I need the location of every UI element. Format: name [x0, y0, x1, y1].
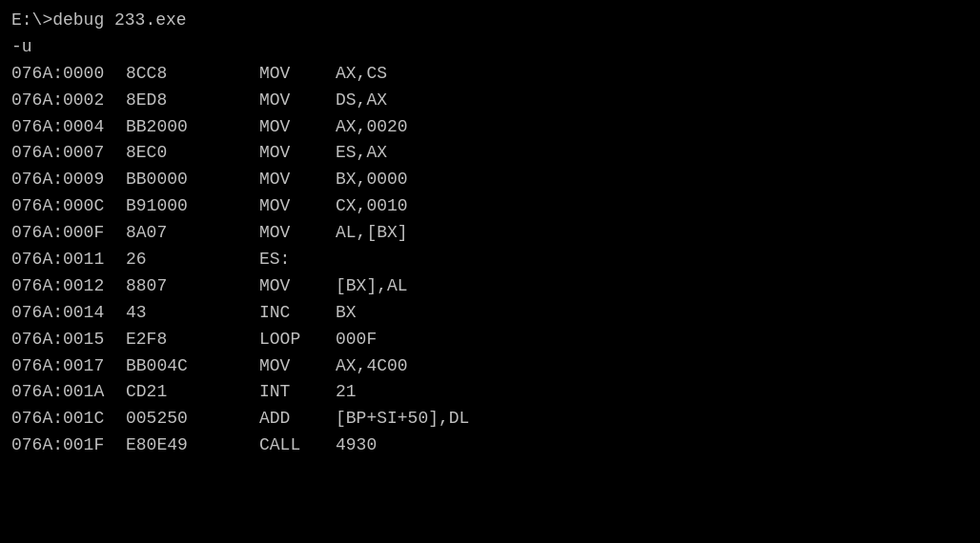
- table-row: 076A:001126ES:: [11, 247, 969, 273]
- asm-mnemonic: MOV: [259, 273, 336, 300]
- table-row: 076A:00128807MOV[BX],AL: [11, 273, 969, 300]
- asm-bytes: BB0000: [126, 167, 259, 193]
- command-text: -u: [11, 34, 32, 61]
- asm-bytes: 26: [126, 247, 259, 273]
- asm-addr: 076A:0014: [11, 300, 126, 327]
- asm-operands: AX,CS: [336, 61, 387, 88]
- asm-bytes: 43: [126, 300, 259, 327]
- asm-addr: 076A:0011: [11, 247, 126, 273]
- asm-operands: [BP+SI+50],DL: [336, 406, 469, 432]
- asm-mnemonic: INC: [259, 300, 336, 327]
- asm-bytes: BB2000: [126, 114, 259, 141]
- table-row: 076A:000F8A07MOVAL,[BX]: [11, 220, 969, 247]
- asm-bytes: 8ED8: [126, 88, 259, 114]
- asm-operands: [BX],AL: [336, 273, 408, 300]
- asm-bytes: 8A07: [126, 220, 259, 247]
- prompt-text: E:\>debug 233.exe: [11, 8, 187, 34]
- table-row: 076A:0015E2F8LOOP000F: [11, 327, 969, 353]
- asm-mnemonic: MOV: [259, 353, 336, 380]
- asm-addr: 076A:0012: [11, 273, 126, 300]
- asm-mnemonic: MOV: [259, 61, 336, 88]
- asm-addr: 076A:000F: [11, 220, 126, 247]
- asm-mnemonic: MOV: [259, 88, 336, 114]
- assembly-listing: 076A:00008CC8MOVAX,CS076A:00028ED8MOVDS,…: [11, 61, 969, 459]
- asm-bytes: E2F8: [126, 327, 259, 353]
- asm-addr: 076A:0017: [11, 353, 126, 380]
- asm-addr: 076A:0004: [11, 114, 126, 141]
- asm-bytes: BB004C: [126, 353, 259, 380]
- table-row: 076A:000CB91000MOVCX,0010: [11, 193, 969, 220]
- table-row: 076A:0017BB004CMOVAX,4C00: [11, 353, 969, 380]
- asm-mnemonic: INT: [259, 379, 336, 406]
- asm-operands: CX,0010: [336, 193, 408, 220]
- table-row: 076A:0004BB2000MOVAX,0020: [11, 114, 969, 141]
- asm-addr: 076A:001A: [11, 379, 126, 406]
- asm-bytes: 8CC8: [126, 61, 259, 88]
- asm-mnemonic: MOV: [259, 193, 336, 220]
- asm-bytes: E80E49: [126, 432, 259, 459]
- asm-mnemonic: CALL: [259, 432, 336, 459]
- asm-operands: AL,[BX]: [336, 220, 408, 247]
- asm-bytes: 8807: [126, 273, 259, 300]
- asm-addr: 076A:0002: [11, 88, 126, 114]
- asm-operands: 000F: [336, 327, 377, 353]
- asm-mnemonic: MOV: [259, 114, 336, 141]
- asm-addr: 076A:000C: [11, 193, 126, 220]
- asm-mnemonic: LOOP: [259, 327, 336, 353]
- table-row: 076A:001ACD21INT21: [11, 379, 969, 406]
- asm-operands: BX,0000: [336, 167, 408, 193]
- asm-operands: AX,0020: [336, 114, 408, 141]
- asm-addr: 076A:001F: [11, 432, 126, 459]
- table-row: 076A:0009BB0000MOVBX,0000: [11, 167, 969, 193]
- table-row: 076A:001C005250ADD[BP+SI+50],DL: [11, 406, 969, 432]
- asm-operands: ES,AX: [336, 140, 387, 167]
- asm-bytes: B91000: [126, 193, 259, 220]
- asm-mnemonic: MOV: [259, 220, 336, 247]
- asm-addr: 076A:0015: [11, 327, 126, 353]
- asm-bytes: 8EC0: [126, 140, 259, 167]
- terminal-window: E:\>debug 233.exe -u 076A:00008CC8MOVAX,…: [0, 0, 980, 543]
- prompt-line: E:\>debug 233.exe: [11, 8, 969, 34]
- asm-operands: DS,AX: [336, 88, 387, 114]
- table-row: 076A:00078EC0MOVES,AX: [11, 140, 969, 167]
- table-row: 076A:00028ED8MOVDS,AX: [11, 88, 969, 114]
- asm-addr: 076A:001C: [11, 406, 126, 432]
- asm-bytes: 005250: [126, 406, 259, 432]
- asm-mnemonic: ES:: [259, 247, 336, 273]
- asm-addr: 076A:0000: [11, 61, 126, 88]
- asm-operands: BX: [336, 300, 357, 327]
- asm-addr: 076A:0009: [11, 167, 126, 193]
- asm-mnemonic: MOV: [259, 140, 336, 167]
- asm-mnemonic: ADD: [259, 406, 336, 432]
- asm-operands: 21: [336, 379, 357, 406]
- command-line: -u: [11, 34, 969, 61]
- table-row: 076A:001FE80E49CALL4930: [11, 432, 969, 459]
- asm-bytes: CD21: [126, 379, 259, 406]
- table-row: 076A:00008CC8MOVAX,CS: [11, 61, 969, 88]
- asm-mnemonic: MOV: [259, 167, 336, 193]
- table-row: 076A:001443INCBX: [11, 300, 969, 327]
- asm-operands: 4930: [336, 432, 377, 459]
- asm-addr: 076A:0007: [11, 140, 126, 167]
- asm-operands: AX,4C00: [336, 353, 408, 380]
